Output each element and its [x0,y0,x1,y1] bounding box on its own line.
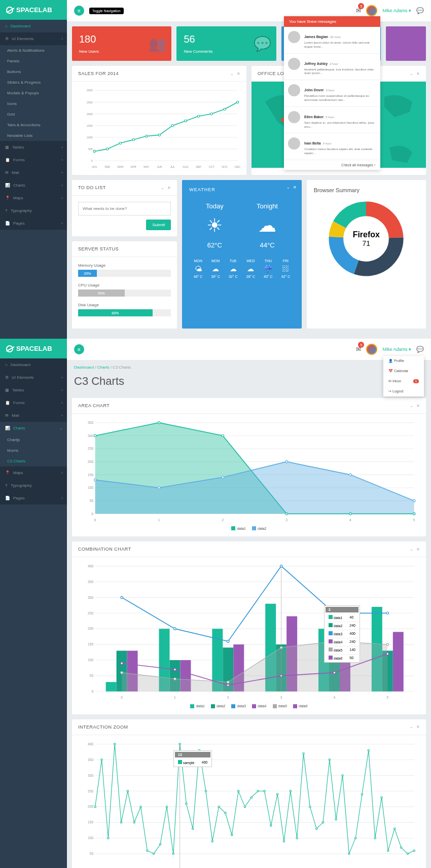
svg-point-25 [237,101,239,103]
collapse-icon[interactable]: ⌄ [410,725,413,729]
nav-sub-item[interactable]: Chartjs [0,435,67,445]
zoom-chart[interactable]: 0501001502002503003504000510152025303540… [78,741,420,868]
svg-point-63 [158,487,160,489]
check-all-messages-link[interactable]: Check all messages › [284,160,380,170]
chat-icon[interactable]: 💬 [416,7,424,14]
svg-point-187 [316,828,317,829]
avatar[interactable] [366,5,377,16]
username-dropdown[interactable]: Mike Adams ▾ [382,347,411,352]
nav-sub-item[interactable]: Tabs & Accordions [0,120,67,130]
todo-panel: TO DO LIST⌄✕ Submit [72,180,177,236]
nav-sub-item[interactable]: C3 Charts [0,456,67,466]
svg-point-153 [94,806,96,807]
message-item[interactable]: Ellen Baker5 hourSem dapibus in, orci bi… [284,107,380,134]
user-menu-calendar[interactable]: 📅 Calendar [383,366,424,376]
close-icon[interactable]: ✕ [237,71,240,76]
svg-text:MAR: MAR [117,165,123,168]
sales-line-chart: 050010001500200025003000JANFEBMARAPRMAYJ… [78,88,240,169]
nav-mail[interactable]: ✉ Mail› [0,166,67,179]
svg-point-66 [349,474,351,476]
close-icon[interactable]: ✕ [416,725,420,729]
svg-point-154 [101,759,102,761]
nav-typography[interactable]: T Typography [0,204,67,217]
nav-dashboard[interactable]: ⌂ Dashboard [0,358,67,371]
nav-forms[interactable]: 📋 Forms› [0,396,67,409]
svg-text:APR: APR [131,165,136,168]
chat-icon[interactable]: 💬 [416,346,424,353]
svg-text:400: 400 [88,742,93,746]
message-item[interactable]: James Bagian30 minsLorem ipsum dolor sit… [284,27,380,54]
mail-badge: 5 [358,3,364,9]
card-profits[interactable] [386,26,426,61]
nav-sub-item[interactable]: Morris [0,445,67,456]
close-icon[interactable]: ✕ [416,547,420,552]
nav-ui-elements[interactable]: ⚙ UI Elements› [0,371,67,384]
brand-logo[interactable]: SPACELAB [0,0,67,20]
nav-maps[interactable]: 📍 Maps› [0,192,67,204]
brand-logo[interactable]: SPACELAB [0,339,67,358]
nav-charts[interactable]: 📊 Charts⌄ [0,422,67,435]
nav-sub-item[interactable]: Sliders & Progress [0,77,67,88]
nav-mail[interactable]: ✉ Mail› [0,409,67,422]
svg-point-171 [211,840,213,842]
nav-forms[interactable]: 📋 Forms› [0,154,67,166]
nav-pages[interactable]: 📄 Pages› [0,492,67,504]
toggle-nav-button[interactable]: ≡ [74,344,84,354]
nav-maps[interactable]: 📍 Maps› [0,466,67,479]
nav-sub-item[interactable]: Buttons [0,66,67,77]
svg-text:MAY: MAY [143,165,150,168]
svg-point-124 [227,684,229,686]
close-icon[interactable]: ✕ [416,404,420,408]
avatar[interactable] [366,344,377,355]
svg-point-56 [94,435,96,437]
collapse-icon[interactable]: ⌄ [410,547,413,552]
nav-typography[interactable]: T Typography [0,479,67,492]
svg-text:JUN: JUN [157,165,162,168]
nav-sub-item[interactable]: Alerts & Notifications [0,45,67,56]
user-menu-logout[interactable]: ↪ Logout [383,386,424,396]
close-icon[interactable]: ✕ [293,185,297,190]
collapse-icon[interactable]: ⌄ [410,71,413,76]
collapse-icon[interactable]: ⌄ [286,185,290,190]
nav-ui-elements[interactable]: ⚙ UI Elements› [0,32,67,45]
collapse-icon[interactable]: ⌄ [230,71,234,76]
nav-pages[interactable]: 📄 Pages› [0,217,67,230]
card-new-comments[interactable]: 56New Comments💬 [176,26,276,61]
nav-charts[interactable]: 📊 Charts› [0,179,67,192]
message-item[interactable]: Ivan Bella9 hourCurabitur metus faucibus… [284,133,380,160]
close-icon[interactable]: ✕ [416,71,420,76]
svg-text:3: 3 [285,518,288,522]
submit-button[interactable]: Submit [146,220,171,230]
toggle-nav-button[interactable]: ≡ [74,6,84,16]
avatar [288,58,300,70]
card-new-users[interactable]: 180New Users👥 [72,26,171,61]
users-icon: 👥 [149,35,166,52]
nav-sub-item[interactable]: Panels [0,56,67,66]
svg-text:350: 350 [88,758,93,762]
nav-sub-item[interactable]: Modals & Popups [0,88,67,98]
mail-icon[interactable]: ✉5 [356,7,361,14]
close-icon[interactable]: ✕ [167,186,171,190]
username-dropdown[interactable]: Mike Adams ▾ [382,8,411,13]
nav-dashboard[interactable]: ⌂ Dashboard [0,20,67,32]
nav-tables[interactable]: ▦ Tables› [0,384,67,396]
user-menu-inbox[interactable]: ✉ Inbox5 [383,376,424,386]
svg-point-16 [119,142,121,144]
weather-panel: WEATHER ⌄✕ Today☀62°C Tonight☁44°C MON🌤4… [182,180,301,329]
browser-donut-chart: Firefox71 [326,198,407,279]
nav-sub-item[interactable]: Nestable Lists [0,130,67,141]
user-menu-profile[interactable]: 👤 Profile [383,356,424,366]
collapse-icon[interactable]: ⌄ [410,404,413,408]
breadcrumb-charts[interactable]: Charts [97,365,110,370]
breadcrumb-dashboard[interactable]: Dashboard [74,365,94,370]
nav-sub-item[interactable]: Grid [0,109,67,120]
mail-icon[interactable]: ✉5 [356,346,361,353]
collapse-icon[interactable]: ⌄ [161,186,164,190]
nav-tables[interactable]: ▦ Tables› [0,141,67,154]
todo-input[interactable] [78,202,171,215]
forecast-day: THU☔40° C [260,259,277,278]
svg-point-112 [227,681,229,683]
message-item[interactable]: Jeffrey Ashby2 hourhendrerit pellentesqu… [284,54,380,81]
message-item[interactable]: John Dover3 hourPenatibus nunc suspendis… [284,80,380,107]
nav-sub-item[interactable]: Icons [0,98,67,109]
